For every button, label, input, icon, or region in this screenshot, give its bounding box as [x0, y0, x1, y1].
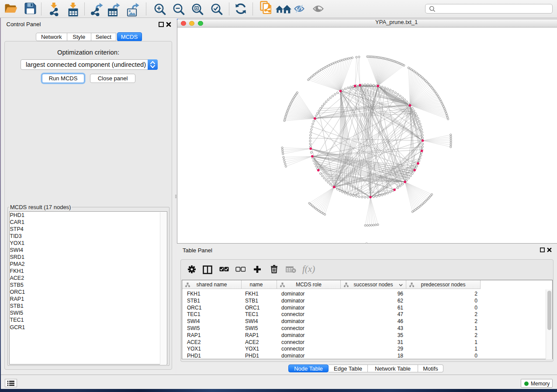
svg-text:f(x): f(x)	[302, 264, 315, 274]
